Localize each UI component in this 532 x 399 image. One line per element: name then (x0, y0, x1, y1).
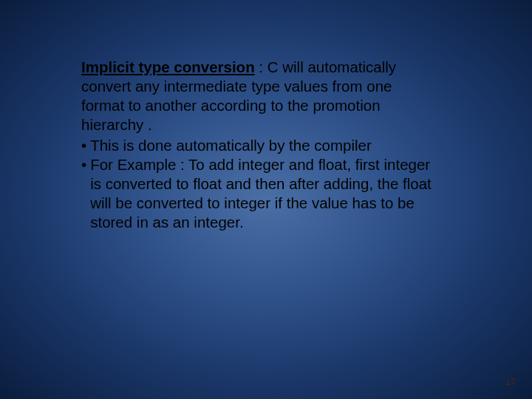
heading-block: Implicit type conversion : C will automa… (81, 58, 436, 134)
page-number: 17 (505, 376, 516, 387)
bullet-mark: • (81, 155, 90, 232)
bullet-item-2: • For Example : To add integer and float… (81, 155, 436, 232)
heading-term: Implicit type conversion (81, 58, 255, 75)
bullet-mark: • (81, 136, 90, 155)
bullet-text-1: This is done automatically by the compil… (90, 136, 436, 155)
bullet-text-2: For Example : To add integer and float, … (90, 155, 436, 232)
slide-body: Implicit type conversion : C will automa… (81, 58, 436, 232)
bullet-item-1: • This is done automatically by the comp… (81, 136, 436, 155)
